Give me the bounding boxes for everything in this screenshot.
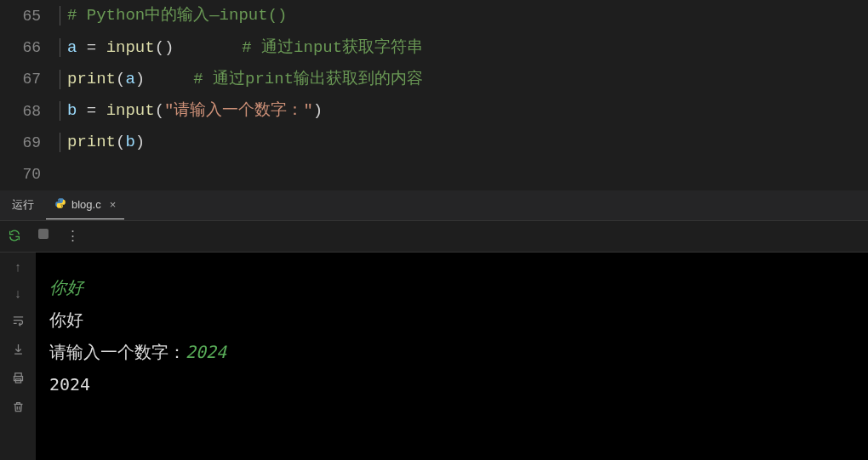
- code-line[interactable]: print(a) # 通过print输出获取到的内容: [60, 70, 423, 89]
- paren-open: (: [155, 101, 164, 120]
- function-name: input: [106, 101, 155, 120]
- svg-rect-0: [38, 229, 49, 239]
- code-line[interactable]: a = input() # 通过input获取字符串: [60, 38, 423, 58]
- console-prompt-text: 请输入一个数字：: [49, 342, 186, 362]
- paren-close: ): [135, 133, 145, 151]
- up-arrow-icon[interactable]: ↑: [14, 261, 21, 275]
- line-number: 70: [0, 166, 60, 183]
- operator: =: [77, 38, 106, 57]
- console-area: ↑ ↓ 你好 你好 请输入一个数字：2024 2024: [0, 253, 868, 460]
- operator: =: [77, 101, 106, 120]
- paren-close: ): [313, 101, 323, 120]
- console-prompt-line: 请输入一个数字：2024: [49, 336, 854, 368]
- terminal-tab-label: blog.c: [71, 198, 101, 211]
- variable: a: [125, 70, 134, 88]
- line-number: 68: [0, 103, 60, 120]
- string-literal: "请输入一个数字：": [164, 101, 313, 120]
- variable: b: [67, 101, 77, 120]
- function-name: print: [67, 133, 116, 151]
- line-number: 65: [0, 8, 60, 25]
- comment-text: # 通过print输出获取到的内容: [193, 70, 423, 88]
- variable: b: [125, 133, 134, 151]
- run-tab[interactable]: 运行: [0, 197, 46, 213]
- function-name: print: [67, 70, 116, 88]
- function-name: input: [106, 38, 155, 57]
- python-icon: [54, 197, 66, 212]
- line-number: 67: [0, 71, 60, 88]
- stop-icon[interactable]: [29, 229, 58, 243]
- console-user-input: 你好: [49, 271, 854, 304]
- down-arrow-icon[interactable]: ↓: [14, 287, 21, 302]
- paren-open: (: [116, 70, 125, 88]
- close-icon[interactable]: ×: [110, 198, 117, 211]
- more-icon[interactable]: ⋮: [58, 228, 87, 244]
- console-stdout: 你好: [49, 304, 854, 336]
- code-editor[interactable]: 65 # Python中的输入—input() 66 a = input() #…: [0, 0, 868, 190]
- console-stdout: 2024: [49, 368, 854, 400]
- terminal-action-bar: ⋮: [0, 220, 868, 253]
- parens: (): [155, 38, 174, 57]
- variable: a: [67, 38, 77, 57]
- comment-text: # Python中的输入—input(): [67, 6, 287, 25]
- console-output[interactable]: 你好 你好 请输入一个数字：2024 2024: [36, 253, 868, 460]
- whitespace: [145, 70, 193, 88]
- panel-tab-bar: 运行 blog.c ×: [0, 190, 868, 220]
- whitespace: [174, 38, 242, 57]
- wrap-icon[interactable]: [12, 314, 25, 331]
- trash-icon[interactable]: [12, 400, 25, 417]
- comment-text: # 通过input获取字符串: [242, 38, 423, 57]
- code-line[interactable]: # Python中的输入—input(): [60, 6, 287, 26]
- line-number: 69: [0, 134, 60, 151]
- console-toolbar: ↑ ↓: [0, 253, 36, 460]
- paren-open: (: [116, 133, 125, 151]
- code-line[interactable]: print(b): [60, 133, 145, 152]
- scroll-icon[interactable]: [12, 343, 25, 360]
- console-user-input: 2024: [186, 342, 226, 362]
- paren-close: ): [135, 70, 145, 88]
- line-number: 66: [0, 39, 60, 56]
- print-icon[interactable]: [12, 372, 25, 389]
- code-line[interactable]: b = input("请输入一个数字："): [60, 101, 323, 121]
- terminal-tab[interactable]: blog.c ×: [46, 190, 124, 220]
- rerun-icon[interactable]: [0, 229, 29, 243]
